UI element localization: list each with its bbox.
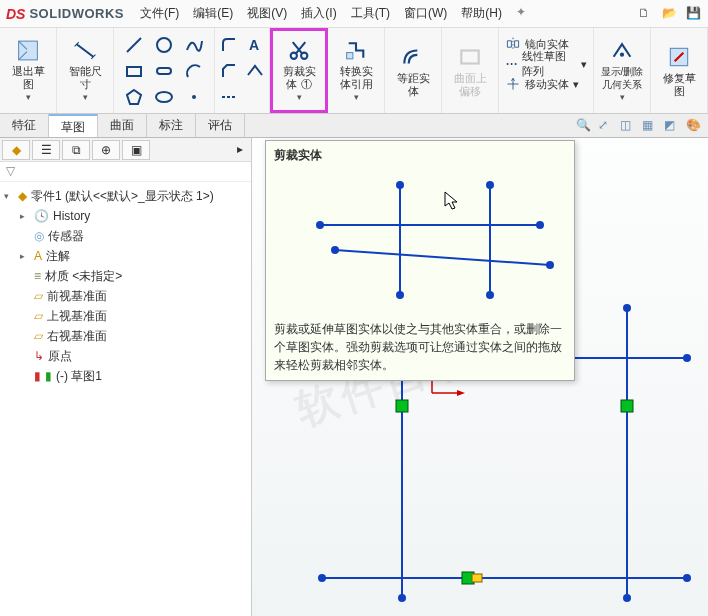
tab-annotate[interactable]: 标注: [147, 114, 196, 137]
graphics-viewport[interactable]: 软件自学网 剪裁实体: [252, 138, 708, 616]
text-icon[interactable]: A: [245, 35, 265, 55]
arc-icon[interactable]: [184, 61, 204, 81]
app-logo: DS SOLIDWORKS: [6, 6, 124, 22]
svg-point-44: [546, 261, 554, 269]
search-icon[interactable]: ✦: [516, 5, 526, 22]
view-orient-icon[interactable]: ◫: [620, 118, 636, 134]
tree-root[interactable]: ▾◆零件1 (默认<<默认>_显示状态 1>): [2, 186, 249, 206]
tree-material[interactable]: ≡材质 <未指定>: [2, 266, 249, 286]
svg-point-27: [318, 574, 326, 582]
svg-point-43: [331, 246, 339, 254]
logo-ds: DS: [6, 6, 25, 22]
svg-point-14: [515, 63, 517, 65]
panel-expand-icon[interactable]: ▸: [231, 140, 249, 159]
menu-bar: 文件(F) 编辑(E) 视图(V) 插入(I) 工具(T) 窗口(W) 帮助(H…: [140, 5, 526, 22]
repair-sketch-button[interactable]: 修复草 图: [657, 38, 701, 104]
svg-rect-2: [127, 67, 141, 76]
tree-sketch1[interactable]: ▮▮(-) 草图1: [2, 366, 249, 386]
centerline-icon[interactable]: [219, 87, 239, 107]
tree-origin[interactable]: ↳原点: [2, 346, 249, 366]
sketch-tools-grid-2: A: [217, 33, 267, 109]
poly-icon[interactable]: [124, 87, 144, 107]
open-icon[interactable]: 📂: [662, 6, 678, 22]
svg-point-30: [398, 594, 406, 602]
exit-sketch-button[interactable]: 退出草 图 ▾: [6, 38, 50, 104]
new-icon[interactable]: 🗋: [638, 6, 654, 22]
offset-on-surface-button: 曲面上 偏移: [448, 38, 492, 104]
cursor-icon: [444, 191, 460, 211]
save-icon[interactable]: 💾: [686, 6, 702, 22]
svg-rect-34: [621, 400, 633, 412]
sketch-tools-grid: [120, 33, 208, 109]
menu-insert[interactable]: 插入(I): [301, 5, 336, 22]
tree-annotations[interactable]: ▸A注解: [2, 246, 249, 266]
svg-rect-10: [347, 52, 353, 58]
svg-point-26: [683, 354, 691, 362]
slot-icon[interactable]: [154, 61, 174, 81]
section-icon[interactable]: ◩: [664, 118, 680, 134]
svg-point-12: [507, 63, 509, 65]
svg-point-13: [511, 63, 513, 65]
chamfer-icon[interactable]: [219, 61, 239, 81]
menu-tools[interactable]: 工具(T): [351, 5, 390, 22]
command-tab-bar: 特征 草图 曲面 标注 评估 🔍 ⤢ ◫ ▦ ◩ 🎨: [0, 114, 708, 138]
zoom-area-icon[interactable]: ⤢: [598, 118, 614, 134]
feature-tree: ▾◆零件1 (默认<<默认>_显示状态 1>) ▸🕓History ◎传感器 ▸…: [0, 182, 251, 616]
ribbon: 退出草 图 ▾ 智能尺 寸 ▾ A: [0, 28, 708, 114]
convert-entities-button[interactable]: 转换实 体引用 ▾: [334, 38, 378, 104]
fm-tab-property[interactable]: ☰: [32, 140, 60, 160]
line-icon[interactable]: [124, 35, 144, 55]
tree-top-plane[interactable]: ▱上视基准面: [2, 306, 249, 326]
tab-feature[interactable]: 特征: [0, 114, 49, 137]
circle-icon[interactable]: [154, 35, 174, 55]
logo-solidworks: SOLIDWORKS: [29, 6, 124, 21]
zoom-fit-icon[interactable]: 🔍: [576, 118, 592, 134]
menu-view[interactable]: 视图(V): [247, 5, 287, 22]
svg-point-46: [396, 291, 404, 299]
appearance-icon[interactable]: 🎨: [686, 118, 702, 134]
plane-icon[interactable]: [245, 61, 265, 81]
svg-point-1: [157, 38, 171, 52]
menu-edit[interactable]: 编辑(E): [193, 5, 233, 22]
tree-right-plane[interactable]: ▱右视基准面: [2, 326, 249, 346]
filter-icon[interactable]: ▽: [6, 164, 15, 178]
fm-tab-display[interactable]: ▣: [122, 140, 150, 160]
tree-sensors[interactable]: ◎传感器: [2, 226, 249, 246]
tooltip-title: 剪裁实体: [274, 147, 566, 164]
tree-front-plane[interactable]: ▱前视基准面: [2, 286, 249, 306]
move-entities-button[interactable]: 移动实体 ▾: [505, 74, 579, 94]
display-style-icon[interactable]: ▦: [642, 118, 658, 134]
tree-history[interactable]: ▸🕓History: [2, 206, 249, 226]
spline-icon[interactable]: [184, 35, 204, 55]
svg-line-38: [335, 250, 550, 265]
svg-point-32: [623, 594, 631, 602]
tooltip-illustration: [280, 170, 560, 310]
svg-point-28: [683, 574, 691, 582]
svg-marker-4: [127, 90, 141, 104]
svg-point-6: [192, 95, 196, 99]
fm-tab-tree[interactable]: ◆: [2, 140, 30, 160]
fillet-icon[interactable]: [219, 35, 239, 55]
menu-window[interactable]: 窗口(W): [404, 5, 447, 22]
fm-tab-dim[interactable]: ⊕: [92, 140, 120, 160]
feature-manager-panel: ◆ ☰ ⧉ ⊕ ▣ ▸ ▽ ▾◆零件1 (默认<<默认>_显示状态 1>) ▸🕓…: [0, 138, 252, 616]
svg-point-5: [156, 92, 172, 102]
svg-rect-33: [396, 400, 408, 412]
svg-point-31: [623, 304, 631, 312]
trim-tooltip: 剪裁实体 剪裁或延伸草图实体以使之与其他实体重合，或删除一个草图实体。强劲剪裁选…: [265, 140, 575, 381]
tab-surface[interactable]: 曲面: [98, 114, 147, 137]
rect-icon[interactable]: [124, 61, 144, 81]
menu-file[interactable]: 文件(F): [140, 5, 179, 22]
ellipse-icon[interactable]: [154, 87, 174, 107]
trim-entities-button[interactable]: 剪裁实 体 ① ▾: [277, 38, 321, 104]
tab-sketch[interactable]: 草图: [49, 114, 98, 137]
menu-help[interactable]: 帮助(H): [461, 5, 502, 22]
tab-evaluate[interactable]: 评估: [196, 114, 245, 137]
smart-dimension-button[interactable]: 智能尺 寸 ▾: [63, 38, 107, 104]
point-icon[interactable]: [184, 87, 204, 107]
fm-tab-config[interactable]: ⧉: [62, 140, 90, 160]
display-relations-button[interactable]: 显示/删除 几何关系 ▾: [600, 38, 644, 104]
linear-pattern-button[interactable]: 线性草图阵列 ▾: [505, 54, 587, 74]
svg-text:A: A: [249, 37, 259, 53]
offset-entities-button[interactable]: 等距实 体: [391, 38, 435, 104]
